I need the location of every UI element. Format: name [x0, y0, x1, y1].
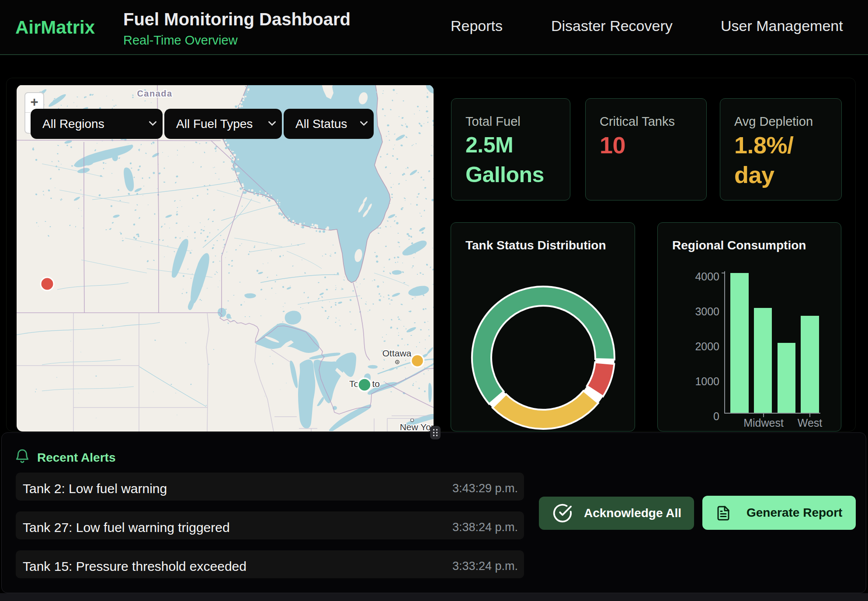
svg-text:Midwest: Midwest — [743, 417, 784, 429]
svg-text:Canada: Canada — [137, 89, 172, 98]
svg-text:West: West — [798, 417, 823, 429]
svg-text:0: 0 — [713, 410, 719, 422]
svg-text:3000: 3000 — [695, 305, 719, 318]
svg-text:1000: 1000 — [695, 375, 719, 387]
svg-text:New York: New York — [400, 422, 434, 432]
svg-text:2000: 2000 — [695, 340, 719, 352]
svg-text:Ottawa: Ottawa — [382, 348, 412, 358]
svg-text:4000: 4000 — [695, 270, 719, 283]
